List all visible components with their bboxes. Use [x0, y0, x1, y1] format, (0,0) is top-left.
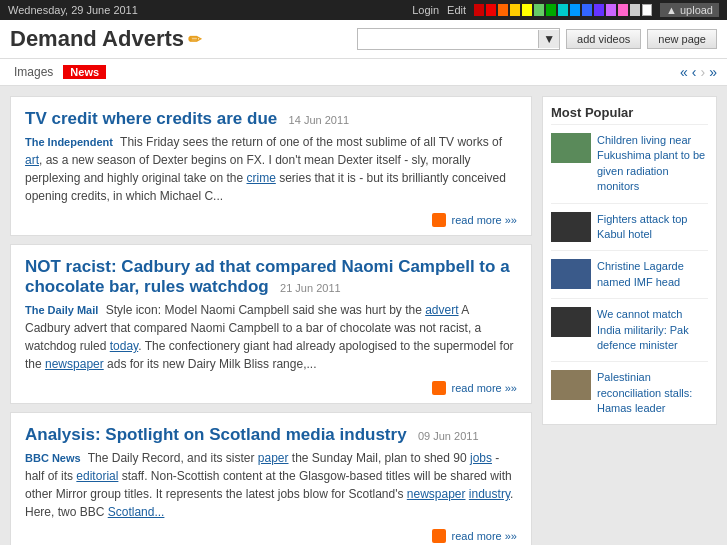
- sidebar-item-link[interactable]: Christine Lagarde named IMF head: [597, 260, 684, 287]
- article-card: TV credit where credits are due 14 Jun 2…: [10, 96, 532, 236]
- news-nav-badge[interactable]: News: [63, 65, 106, 79]
- topbar: Wednesday, 29 June 2011 Login Edit ▲ upl…: [0, 0, 727, 20]
- sidebar-item: Palestinian reconciliation stalls: Hamas…: [551, 370, 708, 416]
- inline-link[interactable]: crime: [246, 171, 275, 185]
- articles-list: TV credit where credits are due 14 Jun 2…: [10, 96, 532, 545]
- read-more-link[interactable]: read more »»: [452, 214, 517, 226]
- sidebar: Most Popular Children living near Fukush…: [542, 96, 717, 545]
- sidebar-item: We cannot match India militarily: Pak de…: [551, 307, 708, 362]
- sidebar-item-link[interactable]: Children living near Fukushima plant to …: [597, 134, 705, 192]
- inline-link[interactable]: paper: [258, 451, 289, 465]
- read-more-link[interactable]: read more »»: [452, 530, 517, 542]
- article-footer: read more »»: [25, 529, 517, 543]
- header-right: ▼ add videos new page: [357, 28, 717, 50]
- rss-icon: [432, 529, 446, 543]
- article-source[interactable]: The Daily Mail: [25, 304, 98, 316]
- search-input[interactable]: [358, 29, 538, 49]
- inline-link[interactable]: today: [110, 339, 138, 353]
- sidebar-item-text: Christine Lagarde named IMF head: [597, 259, 708, 290]
- article-header: Analysis: Spotlight on Scotland media in…: [25, 425, 517, 445]
- edit-link[interactable]: Edit: [447, 4, 466, 16]
- sidebar-item: Christine Lagarde named IMF head: [551, 259, 708, 299]
- inline-link[interactable]: jobs: [470, 451, 492, 465]
- color-palette: [474, 4, 652, 16]
- sidebar-title: Most Popular: [551, 105, 708, 125]
- navbar: Images News « ‹ › »: [0, 59, 727, 86]
- article-title[interactable]: NOT racist: Cadbury ad that compared Nao…: [25, 257, 510, 296]
- next-page-button[interactable]: ›: [701, 64, 706, 80]
- article-card: Analysis: Spotlight on Scotland media in…: [10, 412, 532, 545]
- navbar-left: Images News: [10, 63, 106, 81]
- article-date: 14 Jun 2011: [289, 114, 350, 126]
- sidebar-item-text: Palestinian reconciliation stalls: Hamas…: [597, 370, 708, 416]
- upload-button[interactable]: ▲ upload: [660, 3, 719, 17]
- topbar-right: Login Edit ▲ upload: [412, 3, 719, 17]
- article-card: NOT racist: Cadbury ad that compared Nao…: [10, 244, 532, 404]
- article-body: The Daily Mail Style icon: Model Naomi C…: [25, 301, 517, 373]
- inline-link[interactable]: editorial: [76, 469, 118, 483]
- rss-icon: [432, 213, 446, 227]
- search-dropdown-arrow[interactable]: ▼: [538, 30, 559, 48]
- sidebar-item-text: Children living near Fukushima plant to …: [597, 133, 708, 195]
- inline-link[interactable]: newspaper: [407, 487, 466, 501]
- sidebar-thumb: [551, 212, 591, 242]
- rss-icon: [432, 381, 446, 395]
- inline-link[interactable]: advert: [425, 303, 458, 317]
- inline-link[interactable]: Scotland...: [108, 505, 165, 519]
- search-box-wrap: ▼: [357, 28, 560, 50]
- upload-arrow-icon: ▲: [666, 4, 677, 16]
- prev-page-button[interactable]: ‹: [692, 64, 697, 80]
- article-date: 09 Jun 2011: [418, 430, 479, 442]
- sidebar-item-link[interactable]: Palestinian reconciliation stalls: Hamas…: [597, 371, 692, 414]
- article-header: TV credit where credits are due 14 Jun 2…: [25, 109, 517, 129]
- article-title[interactable]: Analysis: Spotlight on Scotland media in…: [25, 425, 407, 444]
- article-body: BBC News The Daily Record, and its siste…: [25, 449, 517, 521]
- main-content: TV credit where credits are due 14 Jun 2…: [0, 86, 727, 545]
- images-nav-link[interactable]: Images: [10, 63, 57, 81]
- article-title[interactable]: TV credit where credits are due: [25, 109, 277, 128]
- add-videos-button[interactable]: add videos: [566, 29, 641, 49]
- pagination-controls: « ‹ › »: [680, 64, 717, 80]
- sidebar-thumb: [551, 307, 591, 337]
- sidebar-item: Children living near Fukushima plant to …: [551, 133, 708, 204]
- sidebar-item: Fighters attack top Kabul hotel: [551, 212, 708, 252]
- sidebar-thumb: [551, 133, 591, 163]
- sidebar-item-text: Fighters attack top Kabul hotel: [597, 212, 708, 243]
- inline-link[interactable]: art: [25, 153, 39, 167]
- article-source[interactable]: The Independent: [25, 136, 113, 148]
- new-page-button[interactable]: new page: [647, 29, 717, 49]
- topbar-date: Wednesday, 29 June 2011: [8, 4, 138, 16]
- site-title: Demand Adverts ✏: [10, 26, 201, 52]
- chevron-down-icon: ▼: [543, 32, 555, 46]
- article-body: The Independent This Friday sees the ret…: [25, 133, 517, 205]
- article-header: NOT racist: Cadbury ad that compared Nao…: [25, 257, 517, 297]
- pencil-icon: ✏: [188, 30, 201, 49]
- login-link[interactable]: Login: [412, 4, 439, 16]
- article-footer: read more »»: [25, 381, 517, 395]
- inline-link[interactable]: newspaper: [45, 357, 104, 371]
- sidebar-thumb: [551, 370, 591, 400]
- most-popular-section: Most Popular Children living near Fukush…: [542, 96, 717, 425]
- inline-link[interactable]: industry: [469, 487, 510, 501]
- sidebar-item-link[interactable]: Fighters attack top Kabul hotel: [597, 213, 688, 240]
- article-source[interactable]: BBC News: [25, 452, 81, 464]
- article-date: 21 Jun 2011: [280, 282, 341, 294]
- article-footer: read more »»: [25, 213, 517, 227]
- header: Demand Adverts ✏ ▼ add videos new page: [0, 20, 727, 59]
- first-page-button[interactable]: «: [680, 64, 688, 80]
- sidebar-item-text: We cannot match India militarily: Pak de…: [597, 307, 708, 353]
- sidebar-item-link[interactable]: We cannot match India militarily: Pak de…: [597, 308, 689, 351]
- read-more-link[interactable]: read more »»: [452, 382, 517, 394]
- last-page-button[interactable]: »: [709, 64, 717, 80]
- sidebar-thumb: [551, 259, 591, 289]
